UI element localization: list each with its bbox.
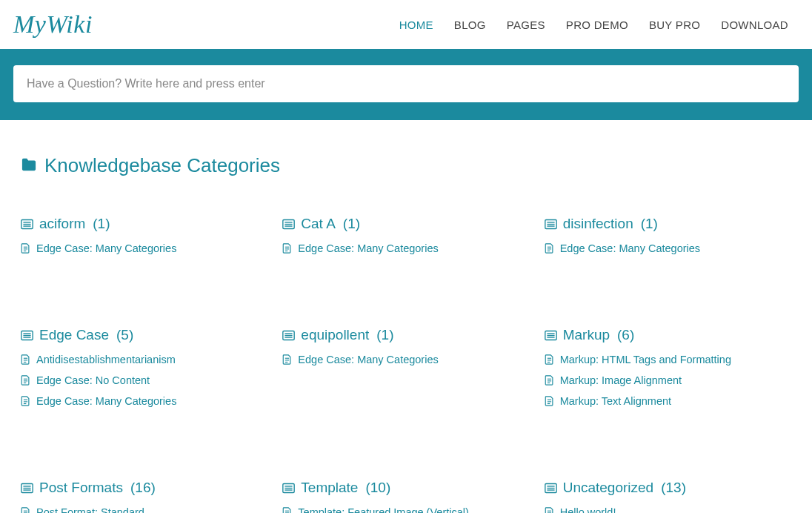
category-name: Markup — [563, 327, 610, 343]
list-item-label: Hello world! — [560, 506, 616, 513]
category-count: (1) — [641, 216, 658, 232]
category-count: (5) — [116, 327, 133, 343]
category-uncategorized: Uncategorized(13)Hello world!Hello world… — [545, 480, 791, 513]
category-title[interactable]: aciform(1) — [21, 216, 267, 232]
category-title[interactable]: Cat A(1) — [282, 216, 529, 232]
category-disinfection: disinfection(1)Edge Case: Many Categorie… — [545, 216, 791, 263]
category-name: aciform — [39, 216, 85, 232]
category-title[interactable]: Template(10) — [282, 480, 529, 496]
document-icon — [282, 507, 292, 513]
document-icon — [21, 354, 30, 365]
category-name: equipollent — [301, 327, 369, 343]
category-count: (10) — [365, 480, 390, 496]
category-name: Post Formats — [39, 480, 123, 496]
category-equipollent: equipollent(1)Edge Case: Many Categories — [282, 327, 529, 416]
nav-link-download[interactable]: DOWNLOAD — [721, 19, 788, 31]
list-item[interactable]: Hello world! — [545, 506, 791, 513]
category-grid: aciform(1)Edge Case: Many CategoriesCat … — [21, 216, 791, 513]
navbar: MyWiki HOMEBLOGPAGESPRO DEMOBUY PRODOWNL… — [0, 0, 812, 49]
category-count: (1) — [376, 327, 393, 343]
category-title[interactable]: Edge Case(5) — [21, 327, 267, 343]
category-edge-case: Edge Case(5)Antidisestablishmentarianism… — [21, 327, 267, 416]
list-item[interactable]: Edge Case: Many Categories — [282, 242, 529, 254]
list-item[interactable]: Markup: Text Alignment — [545, 395, 791, 407]
category-title[interactable]: equipollent(1) — [282, 327, 529, 343]
list-icon — [21, 219, 33, 230]
category-cat-a: Cat A(1)Edge Case: Many Categories — [282, 216, 529, 263]
list-item-label: Edge Case: Many Categories — [36, 242, 176, 254]
list-icon — [282, 330, 295, 341]
list-item-label: Edge Case: Many Categories — [36, 395, 176, 407]
nav-links: HOMEBLOGPAGESPRO DEMOBUY PRODOWNLOAD — [399, 19, 799, 31]
list-icon — [545, 219, 557, 230]
list-item[interactable]: Edge Case: Many Categories — [21, 395, 267, 407]
category-title[interactable]: Markup(6) — [545, 327, 791, 343]
search-bar — [0, 49, 812, 120]
list-item-label: Markup: Image Alignment — [560, 374, 682, 386]
document-icon — [545, 354, 554, 365]
document-icon — [282, 243, 292, 254]
category-post-formats: Post Formats(16)Post Format: StandardPos… — [21, 480, 267, 513]
category-name: Edge Case — [39, 327, 109, 343]
category-title[interactable]: disinfection(1) — [545, 216, 791, 232]
category-name: Template — [301, 480, 358, 496]
category-template: Template(10)Template: Featured Image (Ve… — [282, 480, 529, 513]
list-item[interactable]: Post Format: Standard — [21, 506, 267, 513]
list-item-label: Edge Case: Many Categories — [298, 242, 438, 254]
category-name: Cat A — [301, 216, 335, 232]
category-name: disinfection — [563, 216, 633, 232]
list-item-label: Edge Case: Many Categories — [298, 354, 438, 365]
nav-link-home[interactable]: HOME — [399, 19, 433, 31]
category-count: (1) — [93, 216, 110, 232]
folder-icon — [21, 154, 37, 177]
list-item[interactable]: Edge Case: Many Categories — [282, 354, 529, 365]
document-icon — [282, 354, 292, 365]
list-item-label: Post Format: Standard — [36, 506, 144, 513]
list-icon — [545, 330, 557, 341]
category-title[interactable]: Uncategorized(13) — [545, 480, 791, 496]
search-input[interactable] — [13, 65, 799, 102]
document-icon — [21, 243, 30, 254]
document-icon — [21, 507, 30, 513]
list-icon — [545, 483, 557, 494]
list-item[interactable]: Edge Case: No Content — [21, 374, 267, 386]
nav-link-pro-demo[interactable]: PRO DEMO — [566, 19, 628, 31]
category-count: (6) — [617, 327, 634, 343]
document-icon — [545, 507, 554, 513]
list-item[interactable]: Edge Case: Many Categories — [545, 242, 791, 254]
document-icon — [545, 396, 554, 406]
list-item[interactable]: Edge Case: Many Categories — [21, 242, 267, 254]
section-title: Knowledgebase Categories — [21, 154, 791, 177]
list-item[interactable]: Antidisestablishmentarianism — [21, 354, 267, 365]
document-icon — [545, 243, 554, 254]
category-count: (16) — [130, 480, 156, 496]
list-icon — [21, 330, 33, 341]
document-icon — [21, 396, 30, 406]
nav-link-blog[interactable]: BLOG — [454, 19, 486, 31]
list-item[interactable]: Markup: Image Alignment — [545, 374, 791, 386]
list-item-label: Markup: HTML Tags and Formatting — [560, 354, 731, 365]
list-item[interactable]: Template: Featured Image (Vertical) — [282, 506, 529, 513]
site-logo[interactable]: MyWiki — [13, 10, 93, 39]
category-count: (13) — [661, 480, 686, 496]
nav-link-pages[interactable]: PAGES — [507, 19, 545, 31]
document-icon — [21, 375, 30, 385]
main-content: Knowledgebase Categories aciform(1)Edge … — [0, 120, 812, 513]
list-item-label: Markup: Text Alignment — [560, 395, 671, 407]
list-icon — [21, 483, 33, 494]
section-title-text: Knowledgebase Categories — [44, 154, 280, 177]
nav-link-buy-pro[interactable]: BUY PRO — [649, 19, 700, 31]
category-title[interactable]: Post Formats(16) — [21, 480, 267, 496]
category-aciform: aciform(1)Edge Case: Many Categories — [21, 216, 267, 263]
document-icon — [545, 375, 554, 385]
category-name: Uncategorized — [563, 480, 654, 496]
list-icon — [282, 219, 295, 230]
list-item-label: Edge Case: No Content — [36, 374, 150, 386]
category-count: (1) — [343, 216, 360, 232]
list-item-label: Template: Featured Image (Vertical) — [298, 506, 469, 513]
list-item-label: Edge Case: Many Categories — [560, 242, 700, 254]
list-item-label: Antidisestablishmentarianism — [36, 354, 176, 365]
category-markup: Markup(6)Markup: HTML Tags and Formattin… — [545, 327, 791, 416]
list-item[interactable]: Markup: HTML Tags and Formatting — [545, 354, 791, 365]
list-icon — [282, 483, 295, 494]
